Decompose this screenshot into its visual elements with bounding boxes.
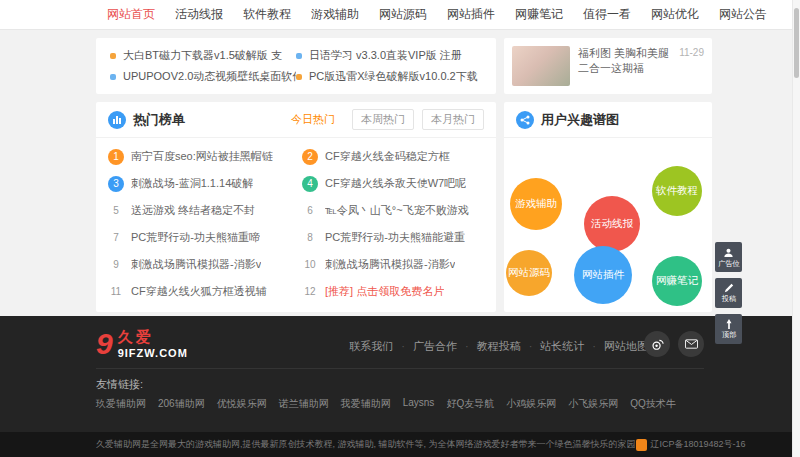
interest-bubble-site-plugins[interactable]: 网站插件 [574,246,632,304]
article-col-left: 大白BT磁力下载器v1.5破解版 支 UPUPOOV2.0动态视频壁纸桌面软件 [110,45,296,87]
icp-badge-icon [636,439,647,451]
footer-nav-links: 联系我们 广告合作 教程投稿 站长统计 网站地图 [349,339,648,354]
article-title: 大白BT磁力下载器v1.5破解版 支 [123,48,282,63]
hot-list-item[interactable]: 11 CF穿越火线火狐方框透视辅 [102,278,296,305]
friend-link[interactable]: 小飞娱乐网 [568,397,618,411]
friend-link[interactable]: 206辅助网 [158,397,205,411]
featured-thumbnail[interactable] [512,46,570,86]
footer-social [644,331,704,357]
friend-link[interactable]: 玖爱辅助网 [96,397,146,411]
hot-list-item-recommended[interactable]: 12 [推荐] 点击领取免费名片 [296,278,490,305]
hot-list-item[interactable]: 7 PC荒野行动-功夫熊猫重啼 [102,224,296,251]
nav-item-software-tutorials[interactable]: 软件教程 [238,6,296,23]
footer-link-stats[interactable]: 站长统计 [521,339,585,354]
hot-card-header: 热门榜单 今日热门 本周热门 本月热门 [96,102,496,138]
featured-title[interactable]: 福利图 美胸和美腿二合一这期福 [578,46,680,76]
rank-number: 6 [302,203,318,219]
hot-item-title: [推荐] 点击领取免费名片 [325,284,444,299]
share-network-icon [516,111,534,129]
arrow-up-icon [724,319,734,329]
hot-list-item[interactable]: 6 ℡令凤丶山飞°~飞宠不败游戏 [296,197,490,224]
submit-post-button[interactable]: 投稿 [715,278,742,308]
friend-link[interactable]: 小鸡娱乐网 [506,397,556,411]
hot-item-title: PC荒野行动-功夫熊猫能避重 [325,230,465,245]
article-links-card: 大白BT磁力下载器v1.5破解版 支 UPUPOOV2.0动态视频壁纸桌面软件 … [96,38,496,94]
hot-item-title: PC荒野行动-功夫熊猫重啼 [131,230,260,245]
footer-link-submit[interactable]: 教程投稿 [457,339,521,354]
bullet-icon [296,53,302,59]
tab-hot-month[interactable]: 本月热门 [422,109,484,130]
article-link[interactable]: 日语学习 v3.3.0直装VIP版 注册 [296,48,482,63]
hot-list-item[interactable]: 8 PC荒野行动-功夫熊猫能避重 [296,224,490,251]
scrollbar[interactable] [792,0,800,457]
bar-chart-icon [108,111,126,129]
weibo-button[interactable] [644,331,670,357]
pencil-icon [724,283,734,293]
friend-links-row: 玖爱辅助网 206辅助网 优悦娱乐网 诺兰辅助网 我爱辅助网 Laysns 好Q… [96,397,676,411]
hot-list-body: 1 南宁百度seo:网站被挂黑帽链 3 刺激战场-蓝洞1.1.14破解 5 送远… [96,138,496,310]
friend-link[interactable]: 好Q友导航 [446,397,494,411]
friend-link[interactable]: QQ技术牛 [630,397,676,411]
hot-list-item[interactable]: 4 CF穿越火线杀敌天使W7吧呢 [296,170,490,197]
nav-item-site-seo[interactable]: 网站优化 [646,6,704,23]
interest-map-card: 用户兴趣谱图 游戏辅助 软件教程 活动线报 网站源码 网站插件 网赚笔记 [504,102,712,312]
rank-number: 7 [108,230,124,246]
article-link[interactable]: UPUPOOV2.0动态视频壁纸桌面软件 [110,69,296,84]
nav-item-announcements[interactable]: 网站公告 [714,6,772,23]
hot-item-title: 南宁百度seo:网站被挂黑帽链 [131,149,273,164]
hot-item-title: CF穿越火线火狐方框透视辅 [131,284,267,299]
interest-bubble-money-notes[interactable]: 网赚笔记 [652,256,702,306]
copyright-bar: 久爱辅助网是全网最大的游戏辅助网,提供最新原创技术教程, 游戏辅助, 辅助软件等… [0,432,800,457]
person-icon [723,247,734,258]
interest-bubble-game-assist[interactable]: 游戏辅助 [510,178,562,230]
hot-ranking-card: 热门榜单 今日热门 本周热门 本月热门 1 南宁百度seo:网站被挂黑帽链 3 … [96,102,496,312]
footer-link-contact[interactable]: 联系我们 [349,339,393,354]
nav-item-worth-seeing[interactable]: 值得一看 [578,6,636,23]
nav-item-site-plugins[interactable]: 网站插件 [442,6,500,23]
friend-link[interactable]: 优悦娱乐网 [217,397,267,411]
submit-post-label: 投稿 [721,294,735,302]
nav-item-activity-news[interactable]: 活动线报 [170,6,228,23]
hot-list-item[interactable]: 1 南宁百度seo:网站被挂黑帽链 [102,143,296,170]
nav-item-money-notes[interactable]: 网赚笔记 [510,6,568,23]
footer-divider [96,368,704,369]
friend-link[interactable]: 诺兰辅助网 [279,397,329,411]
featured-article-card: 福利图 美胸和美腿二合一这期福 11-29 [504,38,712,94]
hot-list-item[interactable]: 2 CF穿越火线金码稳定方框 [296,143,490,170]
hot-list-item[interactable]: 10 刺激战场腾讯模拟器-消影v [296,251,490,278]
scrollbar-thumb[interactable] [794,8,799,78]
nav-item-game-assist[interactable]: 游戏辅助 [306,6,364,23]
hot-list-item[interactable]: 5 送远游戏 终结者稳定不封 [102,197,296,224]
weibo-icon [651,338,664,351]
tab-hot-week[interactable]: 本周热门 [352,109,414,130]
interest-bubble-site-source[interactable]: 网站源码 [506,250,552,296]
tab-hot-today[interactable]: 今日热门 [282,109,344,130]
rank-badge: 4 [302,176,318,192]
nav-item-home[interactable]: 网站首页 [102,6,160,23]
icp-number: 辽ICP备18019482号-16 [651,438,746,451]
rank-number: 12 [302,284,318,300]
hot-list-item[interactable]: 3 刺激战场-蓝洞1.1.14破解 [102,170,296,197]
footer-link-ads[interactable]: 广告合作 [393,339,457,354]
rank-badge: 1 [108,149,124,165]
hot-list-item[interactable]: 9 刺激战场腾讯模拟器-消影v [102,251,296,278]
friend-link[interactable]: 我爱辅助网 [341,397,391,411]
interest-bubble-area: 游戏辅助 软件教程 活动线报 网站源码 网站插件 网赚笔记 [504,138,712,311]
back-to-top-button[interactable]: 顶部 [715,314,742,344]
interest-bubble-activity-news[interactable]: 活动线报 [584,196,640,252]
ad-slot-button[interactable]: 广告位 [715,242,742,272]
friend-link[interactable]: Laysns [403,397,435,411]
back-to-top-label: 顶部 [721,330,735,338]
article-link[interactable]: PC版迅雷X绿色破解版v10.0.2下载 [296,69,482,84]
hot-item-title: 刺激战场-蓝洞1.1.14破解 [131,176,253,191]
article-link[interactable]: 大白BT磁力下载器v1.5破解版 支 [110,48,296,63]
icp-link[interactable]: 辽ICP备18019482号-16 [636,438,746,451]
nav-item-site-source[interactable]: 网站源码 [374,6,432,23]
rank-badge: 3 [108,176,124,192]
footer-logo[interactable]: 9 久爱 9IFZW.COM [96,328,188,359]
article-title: 日语学习 v3.3.0直装VIP版 注册 [309,48,462,63]
rank-number: 5 [108,203,124,219]
interest-bubble-software-tutorials[interactable]: 软件教程 [652,166,702,216]
email-button[interactable] [678,331,704,357]
footer-link-sitemap[interactable]: 网站地图 [584,339,648,354]
